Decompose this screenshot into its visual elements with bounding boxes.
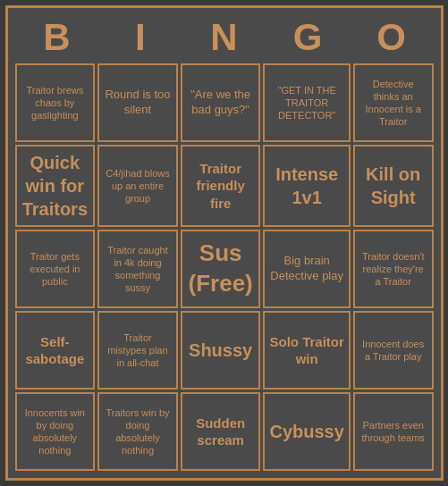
letter-b: B [17, 15, 96, 60]
bingo-grid: Traitor brews chaos by gaslightingRound … [15, 63, 434, 471]
bingo-cell-21[interactable]: Traitors win by doing absolutely nothing [97, 392, 178, 471]
bingo-cell-14[interactable]: Traitor doesn't realize they're a Traito… [353, 230, 434, 308]
bingo-cell-16[interactable]: Traitor mistypes plan in all-chat [97, 311, 178, 390]
bingo-cell-0[interactable]: Traitor brews chaos by gaslighting [15, 63, 96, 142]
bingo-cell-12[interactable]: Sus (Free) [181, 230, 261, 308]
bingo-cell-4[interactable]: Detective thinks an Innocent is a Traito… [353, 63, 434, 142]
bingo-cell-7[interactable]: Traitor friendly fire [181, 145, 261, 227]
bingo-cell-11[interactable]: Traitor caught in 4k doing something sus… [97, 230, 178, 308]
bingo-cell-20[interactable]: Innocents win by doing absolutely nothin… [15, 392, 96, 471]
bingo-cell-18[interactable]: Solo Traitor win [263, 311, 350, 390]
bingo-cell-1[interactable]: Round is too silent [97, 63, 178, 142]
bingo-cell-10[interactable]: Traitor gets executed in public [15, 230, 96, 308]
bingo-cell-6[interactable]: C4/jihad blows up an entire group [97, 145, 178, 227]
letter-i: I [101, 15, 180, 60]
bingo-cell-9[interactable]: Kill on Sight [353, 145, 434, 227]
letter-g: G [268, 15, 347, 60]
bingo-cell-23[interactable]: Cybussy [263, 392, 350, 471]
bingo-header: B I N G O [15, 15, 434, 60]
bingo-cell-17[interactable]: Shussy [181, 311, 261, 390]
bingo-cell-2[interactable]: "Are we the bad guys?" [181, 63, 261, 142]
bingo-cell-22[interactable]: Sudden scream [181, 392, 261, 471]
bingo-cell-19[interactable]: Innocent does a Traitor play [353, 311, 434, 390]
bingo-cell-5[interactable]: Quick win for Traitors [15, 145, 96, 227]
letter-n: N [184, 15, 263, 60]
bingo-cell-13[interactable]: Big brain Detective play [263, 230, 350, 308]
bingo-cell-15[interactable]: Self-sabotage [15, 311, 96, 390]
bingo-card: B I N G O Traitor brews chaos by gasligh… [5, 5, 444, 481]
letter-o: O [352, 15, 431, 60]
bingo-cell-8[interactable]: Intense 1v1 [263, 145, 350, 227]
bingo-cell-3[interactable]: "GET IN THE TRAITOR DETECTOR" [263, 63, 350, 142]
bingo-cell-24[interactable]: Partners even through teams [353, 392, 434, 471]
